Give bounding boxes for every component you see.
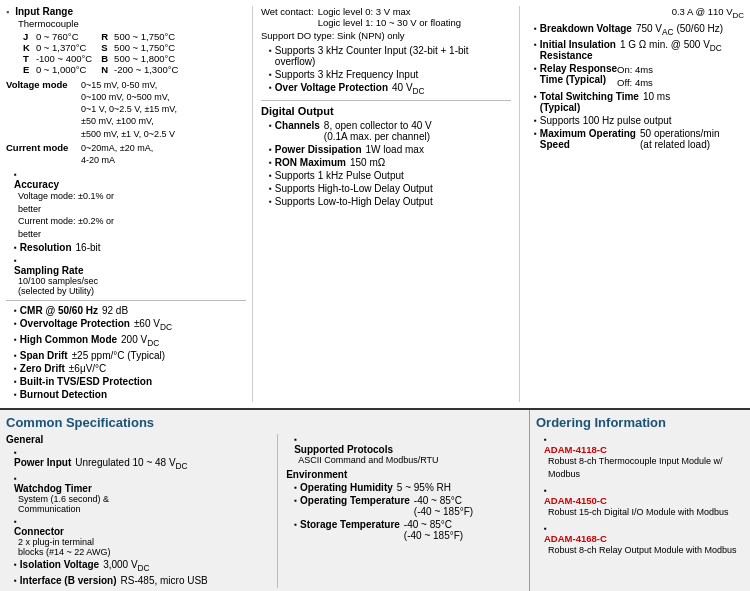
cs-content: General Power Input Unregulated 10 ~ 48 … bbox=[6, 434, 523, 588]
high-common-label: High Common Mode bbox=[20, 334, 117, 348]
zero-drift-label: Zero Drift bbox=[20, 363, 65, 374]
channels-label: Channels bbox=[275, 120, 320, 142]
high-common-row: High Common Mode 200 VDC bbox=[6, 334, 246, 348]
isolation-voltage-label: Isolation Voltage bbox=[20, 559, 99, 573]
watchdog-item: Watchdog Timer System (1.6 second) &Comm… bbox=[6, 473, 269, 514]
tc-type-table: J0 ~ 760°C R500 ~ 1,750°C K0 ~ 1,370°C S… bbox=[20, 31, 181, 75]
resolution-value: 16-bit bbox=[76, 242, 101, 253]
wet-contact-label: Wet contact: bbox=[261, 6, 314, 28]
power-input-value: Unregulated 10 ~ 48 VDC bbox=[75, 457, 187, 471]
counter-input-item: Supports 3 kHz Counter Input (32-bit + 1… bbox=[261, 45, 511, 67]
power-dissipation-value: 1W load max bbox=[366, 144, 424, 155]
wet-contact-section: Wet contact: Logic level 0: 3 V maxLogic… bbox=[261, 6, 511, 41]
right-column: 0.3 A @ 110 VDC Breakdown Voltage 750 VA… bbox=[526, 6, 744, 402]
counter-input-label: Supports 3 kHz Counter Input (32-bit + 1… bbox=[275, 45, 511, 67]
interface-label: Interface (B version) bbox=[20, 575, 117, 586]
resolution-label: Resolution bbox=[20, 242, 72, 253]
current-value-row: 0.3 A @ 110 VDC bbox=[526, 6, 744, 20]
order-code-1: ADAM-4118-C bbox=[544, 444, 607, 455]
storage-temp-item: Storage Temperature -40 ~ 85°C(-40 ~ 185… bbox=[286, 519, 523, 541]
over-voltage-value: 40 VDC bbox=[392, 82, 425, 96]
overvoltage-row: Overvoltage Protection ±60 VDC bbox=[6, 318, 246, 332]
digital-output-title: Digital Output bbox=[261, 105, 511, 117]
max-operating-speed-label: Maximum OperatingSpeed bbox=[540, 128, 636, 150]
high-common-value: 200 VDC bbox=[121, 334, 159, 348]
left-column: ▪ Input Range Thermocouple J0 ~ 760°C R5… bbox=[6, 6, 246, 402]
supports-100hz-item: Supports 100 Hz pulse output bbox=[526, 115, 744, 126]
high-to-low-item: Supports High-to-Low Delay Output bbox=[261, 183, 511, 194]
accuracy-value: Voltage mode: ±0.1% orbetterCurrent mode… bbox=[14, 190, 246, 240]
sampling-rate-row: Sampling Rate 10/100 samples/sec(selecte… bbox=[6, 255, 246, 296]
main-content: ▪ Input Range Thermocouple J0 ~ 760°C R5… bbox=[0, 0, 750, 404]
cs-right-col: Supported Protocols ASCII Command and Mo… bbox=[277, 434, 523, 588]
order-item-3: ADAM-4168-C Robust 8-ch Relay Output Mod… bbox=[536, 523, 744, 556]
op-temp-label: Operating Temperature bbox=[300, 495, 410, 517]
total-switching-value: 10 ms bbox=[643, 91, 670, 113]
burnout-row: Burnout Detection bbox=[6, 389, 246, 400]
op-humidity-label: Operating Humidity bbox=[300, 482, 393, 493]
protocols-item: Supported Protocols ASCII Command and Mo… bbox=[286, 434, 523, 465]
environment-title: Environment bbox=[286, 469, 523, 480]
input-range-label: Input Range bbox=[15, 6, 73, 17]
interface-item: Interface (B version) RS-485, micro USB bbox=[6, 575, 269, 586]
table-row: T-100 ~ 400°C B500 ~ 1,800°C bbox=[20, 53, 181, 64]
resolution-row: Resolution 16-bit bbox=[6, 242, 246, 253]
connector-value: 2 x plug-in terminalblocks (#14 ~ 22 AWG… bbox=[14, 537, 269, 557]
cmr-row: CMR @ 50/60 Hz 92 dB bbox=[6, 305, 246, 316]
input-range-section: ▪ Input Range Thermocouple J0 ~ 760°C R5… bbox=[6, 6, 246, 75]
ron-max-value: 150 mΩ bbox=[350, 157, 385, 168]
total-switching-item: Total Switching Time(Typical) 10 ms bbox=[526, 91, 744, 113]
low-to-high-item: Supports Low-to-High Delay Output bbox=[261, 196, 511, 207]
frequency-input-label: Supports 3 kHz Frequency Input bbox=[275, 69, 418, 80]
high-to-low-label: Supports High-to-Low Delay Output bbox=[275, 183, 433, 194]
ron-max-item: RON Maximum 150 mΩ bbox=[261, 157, 511, 168]
relay-response-label: Relay ResponseTime (Typical) bbox=[540, 63, 617, 85]
span-drift-label: Span Drift bbox=[20, 350, 68, 361]
general-title: General bbox=[6, 434, 269, 445]
total-switching-label: Total Switching Time(Typical) bbox=[540, 91, 639, 113]
op-temp-item: Operating Temperature -40 ~ 85°C(-40 ~ 1… bbox=[286, 495, 523, 517]
order-code-3: ADAM-4168-C bbox=[544, 533, 607, 544]
current-mode-row: Current mode 0~20mA, ±20 mA,4-20 mA bbox=[6, 142, 246, 166]
zero-drift-row: Zero Drift ±6μV/°C bbox=[6, 363, 246, 374]
initial-insulation-label: Initial InsulationResistance bbox=[540, 39, 616, 61]
isolation-voltage-item: Isolation Voltage 3,000 VDC bbox=[6, 559, 269, 573]
table-row: K0 ~ 1,370°C S500 ~ 1,750°C bbox=[20, 42, 181, 53]
table-row: J0 ~ 760°C R500 ~ 1,750°C bbox=[20, 31, 181, 42]
channels-value: 8, open collector to 40 V(0.1A max. per … bbox=[324, 120, 432, 142]
current-mode-value: 0~20mA, ±20 mA,4-20 mA bbox=[81, 142, 153, 166]
over-voltage-item: Over Voltage Protection 40 VDC bbox=[261, 82, 511, 96]
breakdown-voltage-value: 750 VAC (50/60 Hz) bbox=[636, 23, 723, 37]
cmr-value: 92 dB bbox=[102, 305, 128, 316]
span-drift-row: Span Drift ±25 ppm/°C (Typical) bbox=[6, 350, 246, 361]
bottom-area: Common Specifications General Power Inpu… bbox=[0, 408, 750, 591]
order-item-2: ADAM-4150-C Robust 15-ch Digital I/O Mod… bbox=[536, 485, 744, 518]
initial-insulation-value: 1 G Ω min. @ 500 VDC bbox=[620, 39, 722, 61]
isolation-voltage-value: 3,000 VDC bbox=[103, 559, 150, 573]
zero-drift-value: ±6μV/°C bbox=[69, 363, 106, 374]
breakdown-voltage-label: Breakdown Voltage bbox=[540, 23, 632, 37]
burnout-label: Burnout Detection bbox=[20, 389, 107, 400]
accuracy-label: Accuracy bbox=[14, 179, 59, 190]
relay-response-values: On: 4ms Off: 4ms bbox=[617, 63, 653, 90]
voltage-mode-row: Voltage mode 0~15 mV, 0-50 mV,0~100 mV, … bbox=[6, 79, 246, 140]
mid-column: Wet contact: Logic level 0: 3 V maxLogic… bbox=[252, 6, 520, 402]
ordering-info-section: Ordering Information ADAM-4118-C Robust … bbox=[530, 410, 750, 591]
relay-on-text: On: 4ms bbox=[617, 64, 653, 75]
storage-temp-label: Storage Temperature bbox=[300, 519, 400, 541]
power-input-label: Power Input bbox=[14, 457, 71, 471]
connector-label: Connector bbox=[14, 526, 64, 537]
max-operating-speed-value: 50 operations/min(at related load) bbox=[640, 128, 720, 150]
support-do-label: Support DO type: Sink (NPN) only bbox=[261, 30, 511, 41]
protocols-value: ASCII Command and Modbus/RTU bbox=[294, 455, 523, 465]
pulse-output-item: Supports 1 kHz Pulse Output bbox=[261, 170, 511, 181]
power-input-item: Power Input Unregulated 10 ~ 48 VDC bbox=[6, 447, 269, 471]
order-item-1: ADAM-4118-C Robust 8-ch Thermocouple Inp… bbox=[536, 434, 744, 479]
sampling-rate-label: Sampling Rate bbox=[14, 265, 83, 276]
overvoltage-label: Overvoltage Protection bbox=[20, 318, 130, 332]
connector-item: Connector 2 x plug-in terminalblocks (#1… bbox=[6, 516, 269, 557]
ron-max-label: RON Maximum bbox=[275, 157, 346, 168]
common-specs-section: Common Specifications General Power Inpu… bbox=[0, 410, 530, 591]
interface-value: RS-485, micro USB bbox=[121, 575, 208, 586]
voltage-mode-label: Voltage mode bbox=[6, 79, 81, 140]
